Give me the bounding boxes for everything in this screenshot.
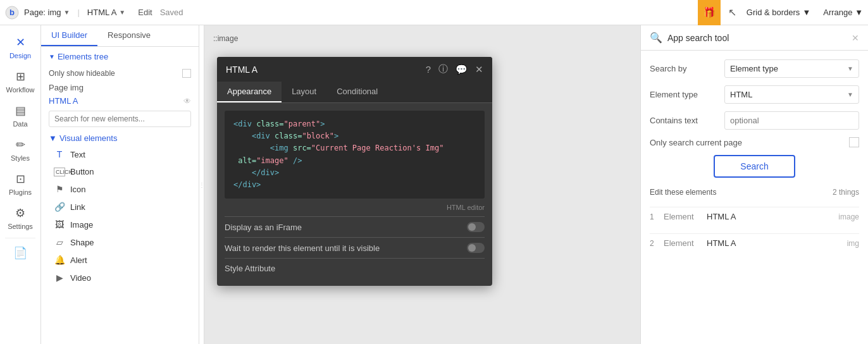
tab-label: Responsive (108, 30, 151, 40)
element-item-label: Link (70, 202, 85, 212)
topbar: b Page: img ▼ | HTML A ▼ Edit Saved 🎁 ↖ … (0, 0, 868, 25)
eye-icon[interactable]: 👁 (183, 97, 191, 106)
canvas-area: ::image HTML A ? ⓘ 💬 ✕ Appearance Layout… (204, 25, 640, 344)
element-item-video[interactable]: ▶ Video (41, 269, 199, 286)
gift-icon: 🎁 (703, 6, 716, 18)
result-type: Element (664, 212, 702, 221)
html-a-selector[interactable]: HTML A ▼ (87, 8, 125, 17)
shape-element-icon: ▱ (54, 237, 65, 247)
modal-tab-conditional[interactable]: Conditional (326, 82, 388, 102)
element-item-label: Button (70, 167, 94, 176)
result-row-1: 1 Element HTML A image (650, 207, 859, 226)
html-a-modal: HTML A ? ⓘ 💬 ✕ Appearance Layout Conditi… (217, 57, 492, 286)
modal-title: HTML A (226, 64, 418, 75)
only-search-label: Only search current page (650, 138, 742, 147)
wait-render-toggle[interactable] (467, 243, 485, 253)
sidebar-item-styles[interactable]: ✏ Styles (0, 133, 40, 167)
right-panel-close-button[interactable]: ✕ (852, 33, 859, 43)
search-by-select[interactable]: Element type ▼ (724, 59, 859, 78)
saved-label: Saved (160, 8, 183, 17)
contains-text-input[interactable] (724, 111, 859, 130)
element-item-alert[interactable]: 🔔 Alert (41, 251, 199, 269)
element-item-label: Image (70, 220, 93, 230)
search-button[interactable]: Search (714, 155, 795, 178)
arrange-arrow: ▼ (855, 8, 863, 17)
html-a-row[interactable]: HTML A 👁 (41, 95, 199, 107)
result-name[interactable]: HTML A (707, 212, 833, 221)
canvas-image-label: ::image (213, 34, 238, 43)
search-elements-input[interactable] (49, 111, 191, 127)
only-search-checkbox[interactable] (849, 137, 859, 147)
elements-tree-label: Elements tree (58, 52, 108, 61)
search-by-label: Search by (650, 64, 719, 73)
modal-tab-layout[interactable]: Layout (282, 82, 326, 102)
modal-chat-button[interactable]: 💬 (456, 64, 468, 75)
element-type-arrow: ▼ (847, 91, 853, 98)
sidebar-item-settings[interactable]: ⚙ Settings (0, 201, 40, 235)
only-show-hideable-checkbox[interactable] (182, 69, 191, 78)
element-item-label: Icon (70, 185, 86, 194)
element-type-select[interactable]: HTML ▼ (724, 85, 859, 104)
search-button-label: Search (740, 161, 768, 171)
visual-elements-header: ▼ Visual elements (41, 131, 199, 145)
result-name[interactable]: HTML A (707, 238, 842, 248)
element-item-button[interactable]: CLICK Button (41, 163, 199, 180)
text-element-icon: T (54, 149, 65, 159)
sidebar-item-design[interactable]: ✕ Design (0, 30, 40, 64)
sidebar-item-page[interactable]: 📄 (0, 241, 40, 265)
page-img-row[interactable]: Page img (41, 80, 199, 95)
result-page: img (847, 239, 859, 248)
grid-borders-button[interactable]: Grid & borders ▼ (747, 8, 810, 17)
wait-render-label: Wait to render this element until it is … (225, 243, 380, 253)
sidebar-item-plugins[interactable]: ⊡ Plugins (0, 167, 40, 201)
search-by-arrow: ▼ (847, 65, 853, 72)
logo-icon[interactable]: b (5, 6, 19, 20)
design-icon: ✕ (16, 35, 25, 49)
right-panel-body: Search by Element type ▼ Element type HT… (641, 51, 868, 261)
element-item-shape[interactable]: ▱ Shape (41, 233, 199, 251)
html-a-dropdown-arrow[interactable]: ▼ (119, 9, 125, 16)
modal-info-button[interactable]: ⓘ (438, 63, 448, 75)
modal-tabs: Appearance Layout Conditional (217, 82, 492, 103)
html-editor-label: HTML editor (225, 204, 485, 211)
sidebar-divider (5, 238, 35, 238)
sidebar-item-label: Workflow (6, 86, 34, 94)
element-type-value: HTML (730, 90, 752, 99)
grid-dropdown-arrow: ▼ (802, 8, 810, 17)
wait-render-row: Wait to render this element until it is … (225, 237, 485, 258)
gift-button[interactable]: 🎁 (698, 0, 721, 25)
element-item-image[interactable]: 🖼 Image (41, 216, 199, 233)
arrange-button[interactable]: Arrange ▼ (823, 8, 863, 17)
styles-icon: ✏ (16, 138, 25, 152)
visual-elements-arrow: ▼ (49, 133, 57, 143)
element-item-text[interactable]: T Text (41, 145, 199, 163)
modal-question-button[interactable]: ? (426, 64, 431, 75)
tab-ui-builder[interactable]: UI Builder (41, 25, 97, 46)
video-element-icon: ▶ (54, 273, 65, 283)
code-editor[interactable]: <div class="parent"> <div class="block">… (225, 111, 485, 199)
element-item-label: Video (70, 273, 91, 283)
element-list: T Text CLICK Button ⚑ Icon 🔗 Link 🖼 Imag… (41, 145, 199, 344)
search-by-value: Element type (730, 64, 778, 73)
page-dropdown-arrow[interactable]: ▼ (64, 9, 70, 16)
sidebar-item-data[interactable]: ▤ Data (0, 99, 40, 133)
edit-elements-row: Edit these elements 2 things (650, 185, 859, 199)
modal-close-button[interactable]: ✕ (475, 64, 483, 75)
page-icon: 📄 (13, 246, 27, 260)
result-page: image (838, 212, 859, 221)
modal-tab-appearance[interactable]: Appearance (217, 82, 282, 102)
page-selector[interactable]: Page: img ▼ (24, 8, 70, 17)
element-item-link[interactable]: 🔗 Link (41, 198, 199, 216)
plugins-icon: ⊡ (16, 172, 25, 186)
result-row-2: 2 Element HTML A img (650, 233, 859, 252)
display-iframe-toggle[interactable] (467, 222, 485, 232)
tab-responsive[interactable]: Responsive (97, 25, 161, 46)
modal-header: HTML A ? ⓘ 💬 ✕ (217, 57, 492, 82)
workflow-icon: ⊞ (16, 70, 25, 83)
resize-handle[interactable]: ⋮ (199, 25, 204, 344)
main-area: ✕ Design ⊞ Workflow ▤ Data ✏ Styles ⊡ Pl… (0, 25, 868, 344)
sidebar-item-workflow[interactable]: ⊞ Workflow (0, 64, 40, 99)
element-item-icon[interactable]: ⚑ Icon (41, 180, 199, 198)
link-element-icon: 🔗 (54, 202, 65, 212)
element-item-label: Alert (70, 255, 87, 265)
